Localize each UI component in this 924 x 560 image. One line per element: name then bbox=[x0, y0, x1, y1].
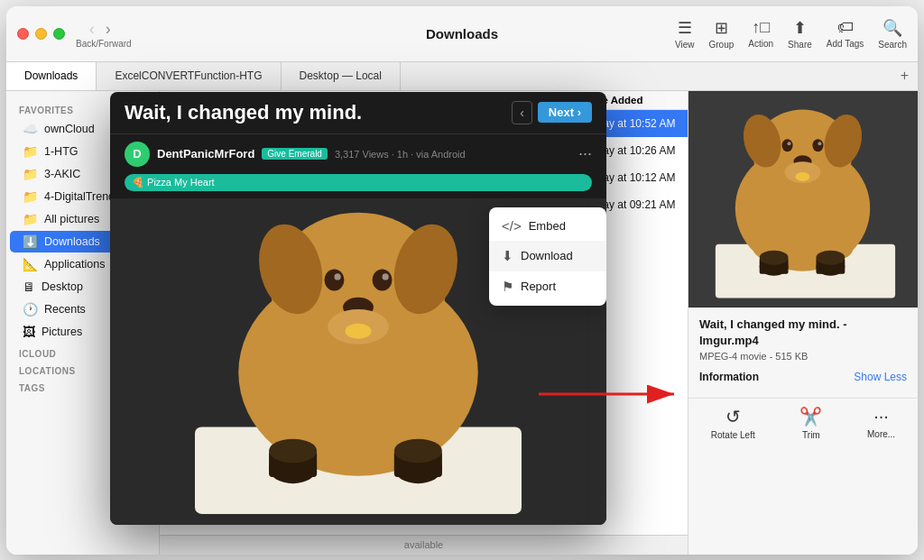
minimize-button[interactable] bbox=[35, 28, 47, 40]
tab-desktop[interactable]: Desktop — Local bbox=[282, 62, 401, 90]
embed-label: Embed bbox=[529, 219, 566, 233]
recents-icon: 🕐 bbox=[23, 302, 38, 317]
toolbar-actions: ☰ View ⊞ Group ↑□ Action ⬆ Share 🏷 Add T… bbox=[675, 18, 907, 50]
context-menu-download[interactable]: ⬇ Download bbox=[489, 241, 606, 271]
svg-point-12 bbox=[796, 172, 810, 181]
sidebar-item-label: Recents bbox=[44, 303, 86, 316]
sidebar-item-label: ownCloud bbox=[44, 123, 95, 135]
share-icon: ⬆ bbox=[793, 18, 807, 38]
action-icon: ↑□ bbox=[752, 18, 770, 37]
imgur-header: Wait, I changed my mind. ‹ Next › bbox=[110, 92, 606, 134]
preview-info: Wait, I changed my mind. - Imgur.mp4 MPE… bbox=[688, 308, 918, 398]
action-label: Action bbox=[748, 39, 773, 49]
preview-title: Wait, I changed my mind. - Imgur.mp4 bbox=[699, 317, 907, 349]
imgur-nav: ‹ Next › bbox=[512, 101, 592, 124]
imgur-meta: 3,317 Views · 1h · via Android bbox=[335, 149, 466, 160]
imgur-overlay: Wait, I changed my mind. ‹ Next › D Dent… bbox=[110, 92, 606, 525]
imgur-tag[interactable]: 🍕 Pizza My Heart bbox=[125, 174, 592, 191]
view-icon: ☰ bbox=[678, 18, 692, 38]
owncloud-icon: ☁️ bbox=[23, 122, 38, 136]
svg-point-7 bbox=[812, 139, 823, 151]
report-icon: ⚑ bbox=[502, 279, 513, 295]
sidebar-item-label: Applications bbox=[44, 258, 105, 271]
svg-point-20 bbox=[816, 250, 845, 264]
add-tags-button[interactable]: 🏷 Add Tags bbox=[827, 18, 864, 49]
action-button[interactable]: ↑□ Action bbox=[748, 18, 773, 49]
tab-excel[interactable]: ExcelCONVERTFunction-HTG bbox=[97, 62, 281, 90]
view-button[interactable]: ☰ View bbox=[675, 18, 695, 50]
tab-add-button[interactable]: + bbox=[892, 62, 918, 90]
imgur-badge: Give Emerald bbox=[262, 148, 328, 160]
context-menu-embed[interactable]: </> Embed bbox=[489, 211, 606, 241]
share-label: Share bbox=[788, 40, 812, 50]
imgur-title: Wait, I changed my mind. bbox=[125, 101, 362, 124]
folder-icon: 📁 bbox=[23, 189, 38, 204]
report-label: Report bbox=[521, 280, 556, 293]
group-button[interactable]: ⊞ Group bbox=[709, 18, 735, 50]
rotate-left-button[interactable]: ↺ Rotate Left bbox=[711, 406, 755, 440]
sidebar-item-label: Pictures bbox=[42, 326, 82, 338]
add-tags-label: Add Tags bbox=[827, 39, 864, 49]
folder-icon: 📁 bbox=[23, 144, 38, 159]
back-button[interactable]: ‹ bbox=[86, 19, 98, 39]
traffic-lights bbox=[17, 28, 65, 40]
imgur-username: DentPanicMrFord bbox=[157, 147, 254, 161]
applications-icon: 📐 bbox=[23, 257, 38, 271]
nav-label: Back/Forward bbox=[76, 39, 132, 49]
more-button[interactable]: ··· More... bbox=[867, 406, 895, 440]
sidebar-item-label: 1-HTG bbox=[44, 145, 79, 158]
search-label: Search bbox=[878, 40, 907, 50]
desktop-icon: 🖥 bbox=[23, 280, 35, 294]
information-label: Information bbox=[699, 371, 759, 383]
forward-button[interactable]: › bbox=[102, 19, 115, 39]
imgur-prev-button[interactable]: ‹ bbox=[512, 101, 532, 124]
preview-subtitle: MPEG-4 movie - 515 KB bbox=[699, 351, 907, 362]
status-bar: available bbox=[160, 535, 688, 555]
preview-panel: Wait, I changed my mind. - Imgur.mp4 MPE… bbox=[688, 91, 918, 555]
group-icon: ⊞ bbox=[715, 18, 728, 38]
titlebar: ‹ › Back/Forward Downloads ☰ View ⊞ Grou… bbox=[6, 6, 918, 62]
sidebar-item-label: Desktop bbox=[42, 280, 83, 293]
view-label: View bbox=[675, 40, 695, 50]
context-menu-report[interactable]: ⚑ Report bbox=[489, 271, 606, 302]
group-label: Group bbox=[709, 40, 735, 50]
svg-point-27 bbox=[325, 269, 345, 290]
imgur-avatar: D bbox=[125, 142, 150, 167]
more-icon: ··· bbox=[873, 406, 889, 427]
folder-icon: 📁 bbox=[23, 212, 38, 226]
window-title: Downloads bbox=[426, 26, 498, 41]
sidebar-item-label: Downloads bbox=[44, 235, 100, 248]
fullscreen-button[interactable] bbox=[53, 28, 65, 40]
preview-info-row: Information Show Less bbox=[699, 371, 907, 383]
context-menu: </> Embed ⬇ Download ⚑ Report bbox=[489, 207, 606, 306]
download-label: Download bbox=[521, 249, 573, 262]
show-less-link[interactable]: Show Less bbox=[854, 371, 907, 383]
share-button[interactable]: ⬆ Share bbox=[788, 18, 812, 50]
download-icon: ⬇ bbox=[502, 248, 513, 264]
finder-window: ‹ › Back/Forward Downloads ☰ View ⊞ Grou… bbox=[6, 6, 918, 555]
more-label: More... bbox=[867, 429, 895, 439]
imgur-more-button[interactable]: ··· bbox=[578, 144, 592, 163]
search-button[interactable]: 🔍 Search bbox=[878, 18, 907, 50]
sidebar-item-label: 4-DigitalTrends bbox=[44, 190, 120, 203]
tab-downloads[interactable]: Downloads bbox=[6, 62, 97, 90]
svg-point-28 bbox=[373, 269, 393, 290]
svg-point-29 bbox=[334, 273, 340, 280]
imgur-image-area: </> Embed ⬇ Download ⚑ Report bbox=[110, 198, 606, 525]
svg-point-38 bbox=[269, 438, 317, 463]
svg-point-41 bbox=[394, 438, 442, 463]
rotate-left-label: Rotate Left bbox=[711, 430, 755, 440]
pictures-icon: 🖼 bbox=[23, 325, 35, 339]
trim-label: Trim bbox=[802, 430, 820, 440]
preview-image bbox=[688, 91, 918, 308]
svg-point-33 bbox=[346, 323, 372, 338]
tag-icon: 🏷 bbox=[837, 18, 854, 37]
preview-actions: ↺ Rotate Left ✂️ Trim ··· More... bbox=[688, 398, 918, 447]
close-button[interactable] bbox=[17, 28, 29, 40]
tabbar: Downloads ExcelCONVERTFunction-HTG Deskt… bbox=[6, 62, 918, 91]
trim-button[interactable]: ✂️ Trim bbox=[799, 406, 822, 440]
imgur-next-button[interactable]: Next › bbox=[538, 102, 592, 123]
imgur-body: </> Embed ⬇ Download ⚑ Report bbox=[110, 198, 606, 525]
search-icon: 🔍 bbox=[882, 18, 902, 38]
folder-icon: 📁 bbox=[23, 167, 38, 181]
